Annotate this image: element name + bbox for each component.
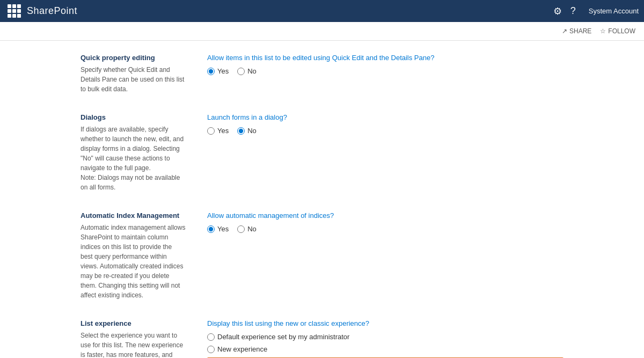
control-col-quick-property-editing: Allow items in this list to be edited us…: [199, 54, 564, 75]
label-col-automatic-index-management: Automatic Index ManagementAutomatic inde…: [80, 211, 199, 300]
settings-row-automatic-index-management: Automatic Index ManagementAutomatic inde…: [80, 211, 564, 300]
settings-row-dialogs: DialogsIf dialogs are available, specify…: [80, 113, 564, 192]
radio-item-yes[interactable]: Yes: [207, 225, 229, 233]
section-description-list-experience: Select the experience you want to use fo…: [80, 331, 186, 358]
section-heading-list-experience: List experience: [80, 319, 186, 327]
radio-group-quick-property-editing: YesNo: [207, 67, 564, 75]
section-description-dialogs: Note: Dialogs may not be available on al…: [80, 173, 186, 192]
follow-icon: ☆: [600, 27, 606, 35]
secondary-action-bar: ↗ SHARE ☆ FOLLOW: [0, 22, 644, 41]
follow-button[interactable]: ☆ FOLLOW: [600, 27, 635, 35]
section-description-dialogs: If dialogs are available, specify whethe…: [80, 125, 186, 173]
radio-label: No: [247, 225, 257, 233]
radio-group-dialogs: YesNo: [207, 127, 564, 135]
settings-row-list-experience: List experienceSelect the experience you…: [80, 319, 564, 358]
top-navigation-bar: SharePoint ⚙ ? System Account: [0, 0, 644, 22]
radio-label: No: [247, 127, 257, 135]
waffle-menu-button[interactable]: [5, 3, 23, 20]
section-description-quick-property-editing: Specify whether Quick Edit and Details P…: [80, 65, 186, 94]
radio-item-no[interactable]: No: [237, 67, 257, 75]
top-bar-actions: ⚙ ? System Account: [553, 5, 639, 17]
question-label-quick-property-editing: Allow items in this list to be edited us…: [207, 54, 564, 62]
settings-table: Quick property editingSpecify whether Qu…: [80, 54, 564, 358]
section-heading-dialogs: Dialogs: [80, 113, 186, 121]
section-description-automatic-index-management: Automatic index management allows ShareP…: [80, 223, 186, 300]
radio-group-automatic-index-management: YesNo: [207, 225, 564, 233]
settings-icon[interactable]: ⚙: [553, 5, 562, 17]
settings-row-quick-property-editing: Quick property editingSpecify whether Qu…: [80, 54, 564, 94]
radio-group-vertical-list-experience: Default experience set by my administrat…: [207, 333, 564, 358]
share-button[interactable]: ↗ SHARE: [562, 27, 591, 35]
radio-input[interactable]: [207, 346, 215, 353]
radio-label: New experience: [217, 345, 267, 353]
label-col-dialogs: DialogsIf dialogs are available, specify…: [80, 113, 199, 192]
radio-item-no[interactable]: No: [237, 127, 257, 135]
share-label: SHARE: [569, 27, 591, 35]
radio-label: Yes: [217, 127, 229, 135]
question-label-automatic-index-management: Allow automatic management of indices?: [207, 211, 564, 220]
follow-label: FOLLOW: [608, 27, 635, 35]
radio-item-yes[interactable]: Yes: [207, 67, 229, 75]
label-col-quick-property-editing: Quick property editingSpecify whether Qu…: [80, 54, 199, 94]
radio-input-yes[interactable]: [207, 127, 215, 135]
question-label-dialogs: Launch forms in a dialog?: [207, 113, 564, 121]
share-icon: ↗: [562, 27, 567, 35]
radio-input[interactable]: [207, 333, 215, 341]
section-heading-automatic-index-management: Automatic Index Management: [80, 211, 186, 220]
sharepoint-logo: SharePoint: [27, 5, 553, 17]
control-col-dialogs: Launch forms in a dialog?YesNo: [199, 113, 564, 135]
question-label-list-experience: Display this list using the new or class…: [207, 319, 564, 327]
radio-input-no[interactable]: [237, 225, 245, 233]
system-account-label[interactable]: System Account: [589, 7, 639, 15]
radio-item-yes[interactable]: Yes: [207, 127, 229, 135]
radio-label: Yes: [217, 225, 229, 233]
radio-label: Default experience set by my administrat…: [217, 333, 349, 341]
label-col-list-experience: List experienceSelect the experience you…: [80, 319, 199, 358]
radio-input-no[interactable]: [237, 127, 245, 135]
radio-item-new-experience[interactable]: New experience: [207, 345, 564, 353]
radio-input-no[interactable]: [237, 68, 245, 75]
radio-input-yes[interactable]: [207, 225, 215, 233]
radio-item-default-experience-set-by-my-administrator[interactable]: Default experience set by my administrat…: [207, 333, 564, 341]
section-heading-quick-property-editing: Quick property editing: [80, 54, 186, 62]
radio-label: Yes: [217, 67, 229, 75]
waffle-icon: [8, 4, 21, 18]
main-content-area: Quick property editingSpecify whether Qu…: [0, 41, 644, 358]
control-col-automatic-index-management: Allow automatic management of indices?Ye…: [199, 211, 564, 233]
help-icon[interactable]: ?: [570, 5, 576, 17]
radio-item-no[interactable]: No: [237, 225, 257, 233]
radio-input-yes[interactable]: [207, 68, 215, 75]
radio-label: No: [247, 67, 257, 75]
control-col-list-experience: Display this list using the new or class…: [199, 319, 564, 358]
